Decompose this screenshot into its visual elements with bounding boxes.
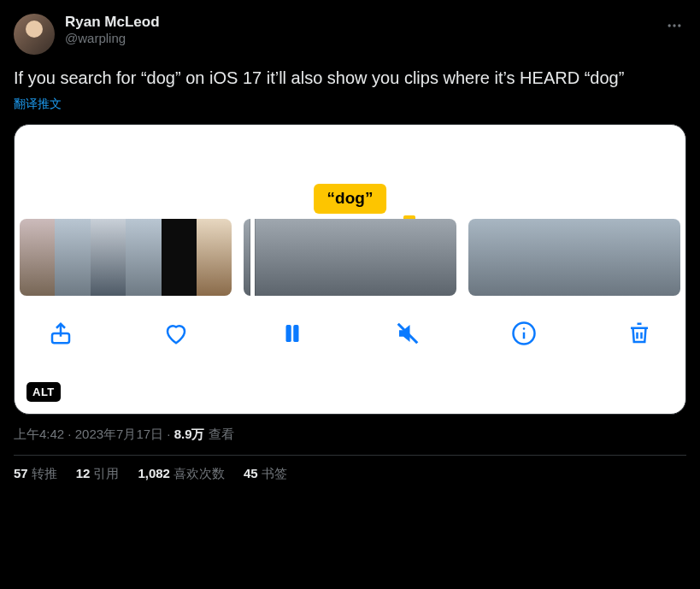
meta-sep: · bbox=[163, 427, 174, 441]
user-info: Ryan McLeod @warpling bbox=[65, 14, 662, 45]
views-label: 查看 bbox=[205, 427, 234, 441]
tweet-text: If you search for “dog” on iOS 17 it’ll … bbox=[14, 67, 686, 90]
clip-frame bbox=[503, 219, 538, 296]
video-clip[interactable] bbox=[20, 219, 232, 296]
share-button[interactable] bbox=[45, 318, 76, 349]
like-button[interactable] bbox=[161, 318, 191, 349]
speaker-muted-icon bbox=[395, 321, 421, 346]
ellipsis-icon bbox=[666, 17, 683, 34]
clip-frame bbox=[55, 219, 90, 296]
pause-button[interactable] bbox=[277, 318, 308, 349]
translate-link[interactable]: 翻译推文 bbox=[14, 97, 686, 112]
alt-text-badge[interactable]: ALT bbox=[26, 382, 61, 402]
svg-rect-4 bbox=[285, 325, 291, 342]
media-header: “dog” bbox=[15, 125, 685, 219]
svg-point-1 bbox=[673, 24, 675, 27]
views-count: 8.9万 bbox=[174, 427, 205, 441]
share-icon bbox=[48, 321, 74, 346]
more-options-button[interactable] bbox=[662, 14, 686, 42]
trash-icon bbox=[626, 321, 652, 346]
clip-frame bbox=[162, 219, 197, 296]
delete-button[interactable] bbox=[624, 318, 655, 349]
svg-point-0 bbox=[668, 24, 671, 27]
user-handle[interactable]: @warpling bbox=[65, 31, 662, 45]
svg-point-9 bbox=[522, 327, 525, 330]
clip-frame bbox=[91, 219, 126, 296]
clip-frame bbox=[20, 219, 55, 296]
svg-rect-5 bbox=[293, 325, 298, 342]
mute-button[interactable] bbox=[392, 318, 423, 349]
clip-frame bbox=[350, 219, 403, 296]
clip-frame bbox=[197, 219, 232, 296]
tweet-date[interactable]: 2023年7月17日 bbox=[75, 427, 163, 441]
video-clip[interactable] bbox=[244, 219, 456, 296]
divider bbox=[14, 455, 686, 456]
quotes-stat[interactable]: 12引用 bbox=[76, 466, 120, 482]
avatar[interactable] bbox=[14, 14, 55, 55]
clip-frame bbox=[538, 219, 574, 296]
pause-icon bbox=[279, 321, 305, 346]
tweet-time[interactable]: 上午4:42 bbox=[14, 427, 64, 441]
likes-count: 1,082 bbox=[138, 466, 170, 480]
tweet-header: Ryan McLeod @warpling bbox=[14, 14, 686, 55]
media-toolbar bbox=[15, 296, 685, 349]
info-icon bbox=[511, 321, 537, 346]
playhead[interactable] bbox=[250, 219, 255, 296]
clip-frame bbox=[609, 219, 644, 296]
bookmarks-count: 45 bbox=[244, 466, 258, 480]
clip-frame bbox=[403, 219, 456, 296]
clip-frame bbox=[574, 219, 609, 296]
clip-timeline[interactable] bbox=[15, 219, 685, 296]
search-term-chip: “dog” bbox=[314, 184, 387, 214]
bookmarks-label: 书签 bbox=[262, 466, 287, 480]
retweets-stat[interactable]: 57转推 bbox=[14, 466, 57, 482]
quotes-label: 引用 bbox=[93, 466, 119, 480]
clip-frame bbox=[126, 219, 161, 296]
tweet-meta: 上午4:42 · 2023年7月17日 · 8.9万 查看 bbox=[14, 427, 686, 443]
svg-point-2 bbox=[678, 24, 680, 27]
display-name[interactable]: Ryan McLeod bbox=[65, 14, 662, 31]
stats-row: 57转推 12引用 1,082喜欢次数 45书签 bbox=[14, 466, 686, 482]
clip-frame bbox=[645, 219, 680, 296]
info-button[interactable] bbox=[509, 318, 539, 349]
quotes-count: 12 bbox=[76, 466, 91, 480]
tweet-container: Ryan McLeod @warpling If you search for … bbox=[0, 0, 700, 496]
likes-stat[interactable]: 1,082喜欢次数 bbox=[138, 466, 225, 482]
retweets-count: 57 bbox=[14, 466, 28, 480]
meta-sep: · bbox=[64, 427, 75, 441]
bookmarks-stat[interactable]: 45书签 bbox=[244, 466, 287, 482]
clip-frame bbox=[297, 219, 350, 296]
media-card[interactable]: “dog” bbox=[14, 124, 686, 415]
clip-frame bbox=[468, 219, 503, 296]
likes-label: 喜欢次数 bbox=[174, 466, 225, 480]
retweets-label: 转推 bbox=[32, 466, 57, 480]
heart-icon bbox=[163, 321, 189, 346]
video-clip[interactable] bbox=[468, 219, 680, 296]
